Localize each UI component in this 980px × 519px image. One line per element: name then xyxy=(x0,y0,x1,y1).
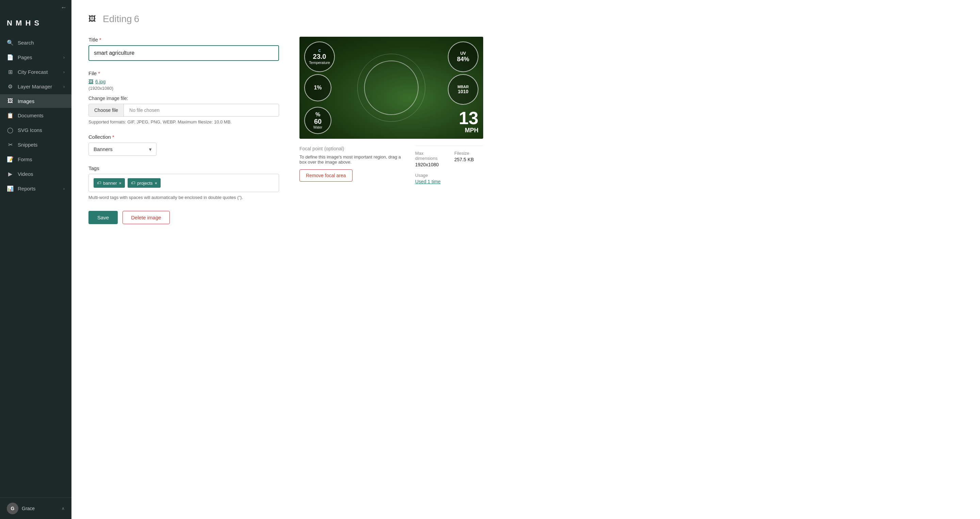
gauge-pressure: MBAR 1010 xyxy=(448,74,479,105)
no-file-chosen-label: No file chosen xyxy=(124,104,165,116)
focal-desc: To define this image's most important re… xyxy=(299,154,405,165)
pages-chevron-icon: › xyxy=(63,55,65,60)
collection-label: Collection * xyxy=(89,134,279,140)
meta-max-dim-label: Max dimensions xyxy=(415,151,444,161)
sidebar-item-layer-manager[interactable]: ⚙Layer Manager› xyxy=(0,79,72,94)
search-icon: 🔍 xyxy=(7,40,14,46)
layer-manager-chevron-icon: › xyxy=(63,84,65,89)
collection-required: * xyxy=(112,134,115,140)
reports-icon: 📊 xyxy=(7,186,14,192)
main-content: 🖼 Editing6 Title * File * xyxy=(72,0,980,519)
wind-unit: MPH xyxy=(459,127,479,134)
uv-label: UV xyxy=(460,51,466,56)
uv-value: 84% xyxy=(457,56,469,63)
collection-select[interactable]: Banners Logos Icons Backgrounds xyxy=(89,143,156,156)
file-group: File * 🖼 6.jpg (1920x1080) Change image … xyxy=(89,70,279,124)
water-label: Water xyxy=(313,125,322,129)
title-required: * xyxy=(99,37,102,43)
collection-group: Collection * Banners Logos Icons Backgro… xyxy=(89,134,279,156)
reports-chevron-icon: › xyxy=(63,186,65,191)
sidebar-item-label-snippets: Snippets xyxy=(18,142,65,148)
meta-usage: Usage Used 1 time xyxy=(415,173,444,184)
file-icon: 🖼 xyxy=(89,79,93,84)
water-pct: 60 xyxy=(314,117,321,125)
sidebar-item-forms[interactable]: 📝Forms xyxy=(0,152,72,166)
title-input[interactable] xyxy=(89,45,279,61)
page-icon: 🖼 xyxy=(89,14,96,24)
meta-max-dim-val: 1920x1080 xyxy=(415,162,444,167)
tag-label-banner: banner xyxy=(103,181,117,186)
tags-box[interactable]: 🏷 banner × 🏷 projects × xyxy=(89,174,279,192)
images-icon: 🖼 xyxy=(7,98,14,104)
form-right: C 23.0 Temperature UV 84% 1% xyxy=(299,37,483,189)
forms-icon: 📝 xyxy=(7,156,14,163)
title-label: Title * xyxy=(89,37,279,43)
sidebar-item-snippets[interactable]: ✂Snippets xyxy=(0,138,72,152)
sidebar-item-images[interactable]: 🖼Images xyxy=(0,94,72,108)
pressure-unit: MBAR xyxy=(458,85,469,89)
city-forecast-chevron-icon: › xyxy=(63,70,65,75)
meta-usage-val[interactable]: Used 1 time xyxy=(415,179,444,184)
remove-focal-button[interactable]: Remove focal area xyxy=(299,169,353,182)
sidebar-nav: 🔍Search📄Pages›⊞City Forecast›⚙Layer Mana… xyxy=(0,36,72,498)
svg-icons-icon: ◯ xyxy=(7,127,14,133)
file-name: 6.jpg xyxy=(95,79,105,84)
meta-filesize: Filesize 257.5 KB xyxy=(454,151,483,167)
form-layout: Title * File * 🖼 6.jpg (1920x1080) Chang… xyxy=(89,37,963,224)
page-header: 🖼 Editing6 xyxy=(89,14,963,24)
temp-label: Temperature xyxy=(309,60,330,65)
sidebar-item-documents[interactable]: 📋Documents xyxy=(0,108,72,122)
sidebar-item-city-forecast[interactable]: ⊞City Forecast› xyxy=(0,65,72,79)
form-buttons: Save Delete image xyxy=(89,211,279,224)
avatar: G xyxy=(7,503,18,514)
file-link[interactable]: 🖼 6.jpg xyxy=(89,79,279,84)
choose-file-button[interactable]: Choose file xyxy=(89,104,124,116)
sidebar-item-svg-icons[interactable]: ◯SVG Icons xyxy=(0,123,72,137)
tags-group: Tags 🏷 banner × 🏷 projects × Multi-word … xyxy=(89,165,279,200)
focal-section: Focal point (optional) To define this im… xyxy=(299,146,405,182)
preview-image[interactable]: C 23.0 Temperature UV 84% 1% xyxy=(299,37,483,139)
sidebar-collapse-btn[interactable]: ← xyxy=(0,0,72,15)
tag-remove-projects[interactable]: × xyxy=(155,181,158,186)
sidebar-item-label-pages: Pages xyxy=(18,54,59,60)
collection-select-wrapper: Banners Logos Icons Backgrounds ▼ xyxy=(89,143,156,156)
app-logo: N M H S xyxy=(0,15,72,36)
footer-chevron-icon: ∧ xyxy=(62,506,65,511)
water-value: % xyxy=(315,111,320,117)
file-required: * xyxy=(98,70,100,76)
meta-filesize-val: 257.5 KB xyxy=(454,157,483,162)
gauge-humidity: 1% xyxy=(304,74,331,102)
file-formats-hint: Supported formats: GIF, JPEG, PNG, WEBP.… xyxy=(89,119,279,124)
tags-hint: Multi-word tags with spaces will automat… xyxy=(89,195,279,200)
form-left: Title * File * 🖼 6.jpg (1920x1080) Chang… xyxy=(89,37,279,224)
page-title: Editing6 xyxy=(101,14,139,24)
sidebar-item-label-layer-manager: Layer Manager xyxy=(18,84,59,89)
save-button[interactable]: Save xyxy=(89,211,118,224)
sidebar-item-label-city-forecast: City Forecast xyxy=(18,69,59,75)
meta-usage-label: Usage xyxy=(415,173,444,178)
file-upload-box: Choose file No file chosen xyxy=(89,104,279,117)
collapse-icon[interactable]: ← xyxy=(60,4,67,11)
delete-image-button[interactable]: Delete image xyxy=(123,211,169,224)
sidebar: ← N M H S 🔍Search📄Pages›⊞City Forecast›⚙… xyxy=(0,0,72,519)
pressure-value: 1010 xyxy=(458,89,468,95)
sidebar-item-reports[interactable]: 📊Reports› xyxy=(0,182,72,195)
sidebar-item-videos[interactable]: ▶Videos xyxy=(0,167,72,181)
file-dims: (1920x1080) xyxy=(89,86,279,91)
tag-banner: 🏷 banner × xyxy=(94,178,125,188)
focal-title: Focal point (optional) xyxy=(299,146,405,152)
agri-bg: C 23.0 Temperature UV 84% 1% xyxy=(299,37,483,139)
title-group: Title * xyxy=(89,37,279,61)
sidebar-item-label-search: Search xyxy=(18,40,65,46)
gauge-temperature: C 23.0 Temperature xyxy=(304,41,335,72)
tag-label-projects: projects xyxy=(137,181,153,186)
tag-remove-banner[interactable]: × xyxy=(119,181,121,186)
sidebar-item-pages[interactable]: 📄Pages› xyxy=(0,50,72,64)
gauge-water: % 60 Water xyxy=(304,107,331,134)
sidebar-item-search[interactable]: 🔍Search xyxy=(0,36,72,50)
tag-icon-banner: 🏷 xyxy=(97,181,101,186)
user-footer[interactable]: G Grace ∧ xyxy=(0,498,72,519)
temp-value: 23.0 xyxy=(313,53,326,60)
tags-label: Tags xyxy=(89,165,279,171)
wind-speed: 13 MPH xyxy=(459,109,479,134)
